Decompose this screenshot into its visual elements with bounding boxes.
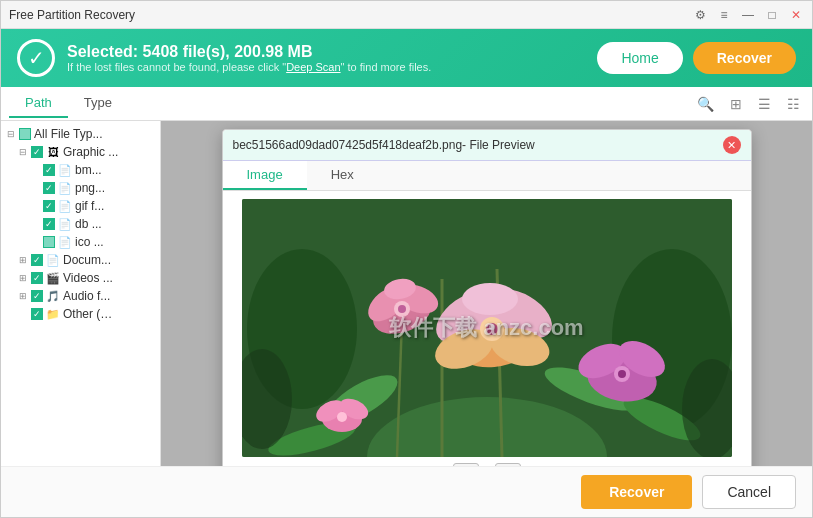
image-preview: 软件下载 anzc.com xyxy=(242,199,732,457)
modal-tab-hex[interactable]: Hex xyxy=(307,161,378,190)
tree-item-gif[interactable]: ✓ 📄 gif f... xyxy=(1,197,160,215)
title-bar: Free Partition Recovery ⚙ ≡ — □ ✕ xyxy=(1,1,812,29)
expand-icon: ⊞ xyxy=(17,272,29,284)
bmp-icon: 📄 xyxy=(58,163,72,177)
expand-icon: ⊞ xyxy=(17,290,29,302)
tree-item-db[interactable]: ✓ 📄 db ... xyxy=(1,215,160,233)
svg-point-25 xyxy=(489,324,495,330)
graphic-folder-icon: 🖼 xyxy=(46,145,60,159)
label-videos: Videos ... xyxy=(63,271,113,285)
video-icon: 🎬 xyxy=(46,271,60,285)
tree-item-documents[interactable]: ⊞ ✓ 📄 Docum... xyxy=(1,251,160,269)
recover-bottom-button[interactable]: Recover xyxy=(581,475,692,509)
expand-icon: ⊞ xyxy=(17,254,29,266)
maximize-button[interactable]: □ xyxy=(764,7,780,23)
crop-tool-button[interactable]: ⤡ xyxy=(453,463,479,466)
tabs-row: Path Type 🔍 ⊞ ☰ ☷ xyxy=(1,87,812,121)
app-title: Free Partition Recovery xyxy=(9,8,135,22)
modal-body: 软件下载 anzc.com ⤡ ⚙ xyxy=(223,191,751,466)
header-sub-text: If the lost files cannot be found, pleas… xyxy=(67,61,431,73)
menu-icon[interactable]: ≡ xyxy=(716,7,732,23)
no-expand xyxy=(17,308,29,320)
checkbox-graphic[interactable]: ✓ xyxy=(31,146,43,158)
file-list-area: bec51566ad09dad07425d5f418deaf2b.png- Fi… xyxy=(161,121,812,466)
svg-point-16 xyxy=(398,305,406,313)
header-bar: ✓ Selected: 5408 file(s), 200.98 MB If t… xyxy=(1,29,812,87)
detail-view-icon[interactable]: ☷ xyxy=(783,94,804,114)
header-actions: Home Recover xyxy=(597,42,796,74)
tree-item-audio[interactable]: ⊞ ✓ 🎵 Audio f... xyxy=(1,287,160,305)
bottom-bar: Recover Cancel xyxy=(1,466,812,517)
file-preview-dialog: bec51566ad09dad07425d5f418deaf2b.png- Fi… xyxy=(222,129,752,466)
no-expand xyxy=(29,200,41,212)
expand-icon: ⊟ xyxy=(5,128,17,140)
check-circle-icon: ✓ xyxy=(17,39,55,77)
checkbox-videos[interactable]: ✓ xyxy=(31,272,43,284)
tree-item-png[interactable]: ✓ 📄 png... xyxy=(1,179,160,197)
list-view-icon[interactable]: ☰ xyxy=(754,94,775,114)
search-icon[interactable]: 🔍 xyxy=(693,94,718,114)
modal-header: bec51566ad09dad07425d5f418deaf2b.png- Fi… xyxy=(223,130,751,161)
minimize-button[interactable]: — xyxy=(740,7,756,23)
tree-item-graphic[interactable]: ⊟ ✓ 🖼 Graphic ... xyxy=(1,143,160,161)
doc-icon: 📄 xyxy=(46,253,60,267)
modal-title: bec51566ad09dad07425d5f418deaf2b.png- Fi… xyxy=(233,138,723,152)
tree-item-all-files[interactable]: ⊟ All File Typ... xyxy=(1,125,160,143)
tree-item-ico[interactable]: 📄 ico ... xyxy=(1,233,160,251)
db-icon: 📄 xyxy=(58,217,72,231)
checkbox-audio[interactable]: ✓ xyxy=(31,290,43,302)
checkbox-gif[interactable]: ✓ xyxy=(43,200,55,212)
tab-type[interactable]: Type xyxy=(68,89,128,118)
label-audio: Audio f... xyxy=(63,289,110,303)
preview-svg xyxy=(242,199,732,457)
audio-icon: 🎵 xyxy=(46,289,60,303)
modal-toolbar: ⤡ ⚙ xyxy=(453,457,521,466)
modal-close-button[interactable]: ✕ xyxy=(723,136,741,154)
gif-icon: 📄 xyxy=(58,199,72,213)
home-button[interactable]: Home xyxy=(597,42,682,74)
settings-tool-button[interactable]: ⚙ xyxy=(495,463,521,466)
header-text: Selected: 5408 file(s), 200.98 MB If the… xyxy=(67,43,431,73)
grid-view-icon[interactable]: ⊞ xyxy=(726,94,746,114)
ico-icon: 📄 xyxy=(58,235,72,249)
deep-scan-link[interactable]: Deep Scan xyxy=(286,61,340,73)
settings-icon[interactable]: ⚙ xyxy=(692,7,708,23)
checkbox-png[interactable]: ✓ xyxy=(43,182,55,194)
label-ico: ico ... xyxy=(75,235,104,249)
modal-tabs: Image Hex xyxy=(223,161,751,191)
file-type-sidebar: ⊟ All File Typ... ⊟ ✓ 🖼 Graphic ... ✓ 📄 … xyxy=(1,121,161,466)
png-icon: 📄 xyxy=(58,181,72,195)
tab-path[interactable]: Path xyxy=(9,89,68,118)
main-tabs: Path Type xyxy=(9,89,128,118)
label-gif: gif f... xyxy=(75,199,104,213)
label-graphic: Graphic ... xyxy=(63,145,118,159)
expand-icon: ⊟ xyxy=(17,146,29,158)
checkbox-bmp[interactable]: ✓ xyxy=(43,164,55,176)
checkbox-all-files[interactable] xyxy=(19,128,31,140)
svg-point-34 xyxy=(337,412,347,422)
selected-count: Selected: 5408 file(s), 200.98 MB xyxy=(67,43,431,61)
close-button[interactable]: ✕ xyxy=(788,7,804,23)
no-expand xyxy=(29,236,41,248)
label-other: Other (… xyxy=(63,307,112,321)
tree-item-bmp[interactable]: ✓ 📄 bm... xyxy=(1,161,160,179)
no-expand xyxy=(29,182,41,194)
modal-overlay: bec51566ad09dad07425d5f418deaf2b.png- Fi… xyxy=(161,121,812,466)
checkbox-ico[interactable] xyxy=(43,236,55,248)
other-icon: 📁 xyxy=(46,307,60,321)
svg-point-30 xyxy=(618,370,626,378)
tree-item-other[interactable]: ✓ 📁 Other (… xyxy=(1,305,160,323)
label-all-files: All File Typ... xyxy=(34,127,102,141)
checkbox-documents[interactable]: ✓ xyxy=(31,254,43,266)
view-controls: 🔍 ⊞ ☰ ☷ xyxy=(693,94,804,114)
checkbox-other[interactable]: ✓ xyxy=(31,308,43,320)
cancel-button[interactable]: Cancel xyxy=(702,475,796,509)
label-bmp: bm... xyxy=(75,163,102,177)
svg-point-20 xyxy=(462,283,518,315)
checkbox-db[interactable]: ✓ xyxy=(43,218,55,230)
tree-item-videos[interactable]: ⊞ ✓ 🎬 Videos ... xyxy=(1,269,160,287)
title-bar-controls: ⚙ ≡ — □ ✕ xyxy=(692,7,804,23)
no-expand xyxy=(29,218,41,230)
modal-tab-image[interactable]: Image xyxy=(223,161,307,190)
recover-header-button[interactable]: Recover xyxy=(693,42,796,74)
